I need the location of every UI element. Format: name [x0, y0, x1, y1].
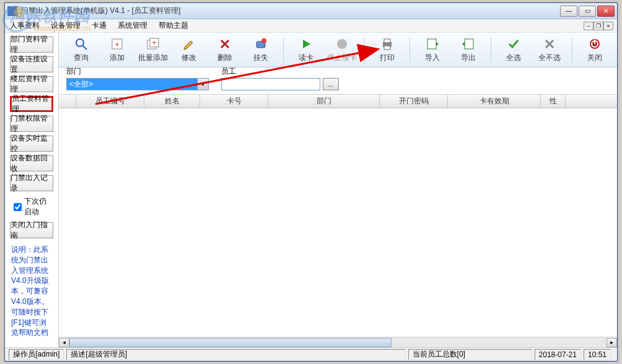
search-icon: [74, 37, 89, 51]
grid-column-header[interactable]: 部门: [268, 95, 380, 108]
svg-line-1: [83, 46, 87, 50]
tool-search[interactable]: 查询: [66, 35, 96, 64]
tool-read-card[interactable]: 读卡: [291, 35, 321, 64]
tool-export[interactable]: 导出: [453, 35, 483, 64]
tool-stop-read[interactable]: 停止读卡: [327, 35, 357, 64]
status-count: 当前员工总数[0]: [408, 349, 532, 360]
menu-bar: 人事资料 设备管理 卡通 系统管理 帮助主题: [5, 19, 617, 33]
dept-combo-value: <全部>: [67, 79, 197, 90]
sidebar-log[interactable]: 门禁出入记录: [10, 175, 53, 191]
grid-header: 员工编号姓名卡号部门开门密码卡有效期性: [59, 95, 617, 108]
tool-unselect-all[interactable]: 全不选: [535, 35, 564, 64]
grid-column-header[interactable]: 开门密码: [380, 95, 448, 108]
svg-point-10: [261, 38, 266, 43]
svg-point-12: [337, 39, 347, 49]
grid-column-header[interactable]: 姓名: [144, 95, 200, 108]
import-icon: [425, 37, 440, 51]
sidebar-monitor[interactable]: 设备实时监控: [10, 136, 53, 152]
grid-column-header[interactable]: 卡有效期: [448, 95, 541, 108]
app-icon: [7, 6, 17, 16]
svg-marker-17: [436, 42, 439, 46]
grid-column-header[interactable]: 卡号: [200, 95, 268, 108]
svg-rect-15: [384, 46, 390, 50]
sidebar-help-text: 说明：此系统为门禁出入管理系统V4.0升级版本，可兼容V4.0版本。可随时按下[…: [10, 242, 53, 340]
main-window: 门禁出入管理系统(单机版) V4.1 - [员工资料管理] — ▭ ✕ 人事资料…: [4, 2, 618, 362]
filter-bar: 部门 <全部> ▼ 员工 ...: [59, 67, 617, 95]
tool-import[interactable]: 导入: [418, 35, 447, 64]
emp-input[interactable]: [221, 78, 320, 90]
sidebar-device-conn[interactable]: 设备连接设置: [10, 56, 53, 72]
dept-combo[interactable]: <全部> ▼: [66, 78, 209, 90]
mdi-restore[interactable]: ❐: [594, 22, 603, 30]
tool-add[interactable]: +添加: [102, 35, 132, 64]
sidebar-employee[interactable]: 员工资料管理: [10, 96, 53, 112]
scroll-thumb[interactable]: [69, 338, 392, 347]
emp-label: 员工: [221, 66, 339, 77]
mdi-minimize[interactable]: –: [584, 22, 594, 30]
tool-print[interactable]: 打印: [372, 35, 402, 64]
delete-icon: [217, 37, 232, 51]
status-desc: 描述[超级管理员]: [66, 349, 405, 360]
check-icon: [506, 37, 521, 51]
play-icon: [299, 37, 313, 51]
batch-add-icon: +: [146, 37, 160, 51]
svg-point-0: [76, 39, 84, 46]
menu-personnel[interactable]: 人事资料: [10, 20, 40, 31]
chevron-down-icon[interactable]: ▼: [197, 79, 208, 90]
sidebar-close-guide[interactable]: 关闭入门指南: [10, 222, 53, 238]
status-bar: 操作员[admin] 描述[超级管理员] 当前员工总数[0] 2018-07-2…: [5, 347, 617, 361]
dept-label: 部门: [66, 66, 209, 77]
svg-text:+: +: [115, 40, 119, 49]
tool-close[interactable]: 关闭: [580, 35, 610, 64]
toolbar: 查询 +添加 +批量添加 修改 删除 挂失 读卡 停止读卡 打印 导入 导出 全…: [59, 33, 617, 67]
startup-label: 下次仍启动: [24, 196, 50, 217]
grid-body: [59, 108, 617, 337]
mdi-close[interactable]: ×: [603, 22, 613, 30]
scroll-right-button[interactable]: ►: [607, 338, 617, 347]
menu-system[interactable]: 系统管理: [118, 20, 147, 31]
menu-help[interactable]: 帮助主题: [159, 20, 188, 31]
sidebar-floor[interactable]: 楼层资料管理: [10, 76, 53, 92]
svg-marker-11: [303, 40, 310, 48]
svg-rect-18: [465, 39, 473, 49]
scroll-left-button[interactable]: ◄: [59, 338, 69, 347]
power-icon: [587, 37, 602, 51]
tool-lost[interactable]: 挂失: [246, 35, 276, 64]
edit-icon: [182, 37, 196, 51]
svg-rect-16: [427, 39, 436, 49]
export-icon: [461, 37, 476, 51]
grid-column-header[interactable]: 员工编号: [76, 95, 144, 108]
lost-icon: [253, 37, 268, 51]
tool-delete[interactable]: 删除: [210, 35, 240, 64]
svg-marker-19: [462, 42, 465, 46]
status-date: 2018-07-21: [535, 349, 581, 360]
svg-rect-14: [384, 39, 390, 43]
print-icon: [380, 37, 395, 51]
sidebar: 部门资料管理 设备连接设置 楼层资料管理 员工资料管理 门禁权限管理 设备实时监…: [5, 33, 59, 347]
tool-edit[interactable]: 修改: [174, 35, 204, 64]
sidebar-access[interactable]: 门禁权限管理: [10, 116, 53, 132]
stop-icon: [335, 37, 349, 51]
startup-checkbox[interactable]: [14, 203, 22, 211]
emp-browse-button[interactable]: ...: [323, 78, 339, 90]
sidebar-recycle[interactable]: 设备数据回收: [10, 155, 53, 171]
status-time: 10:51: [584, 349, 611, 360]
menu-card[interactable]: 卡通: [92, 20, 107, 31]
horizontal-scrollbar[interactable]: ◄ ►: [59, 337, 617, 347]
add-icon: +: [110, 37, 125, 51]
grid-column-header[interactable]: [59, 95, 76, 108]
grid-column-header[interactable]: 性: [541, 95, 566, 108]
status-operator: 操作员[admin]: [9, 349, 64, 360]
sidebar-dept[interactable]: 部门资料管理: [10, 37, 53, 53]
svg-text:+: +: [152, 38, 156, 47]
title-bar: 门禁出入管理系统(单机版) V4.1 - [员工资料管理] — ▭ ✕: [5, 3, 617, 19]
close-button[interactable]: ✕: [597, 6, 615, 17]
maximize-button[interactable]: ▭: [579, 6, 596, 17]
tool-select-all[interactable]: 全选: [499, 35, 528, 64]
menu-device[interactable]: 设备管理: [51, 20, 81, 31]
window-title: 门禁出入管理系统(单机版) V4.1 - [员工资料管理]: [21, 6, 560, 16]
uncheck-icon: [542, 37, 557, 51]
minimize-button[interactable]: —: [560, 6, 577, 17]
tool-batch-add[interactable]: +批量添加: [138, 35, 168, 64]
